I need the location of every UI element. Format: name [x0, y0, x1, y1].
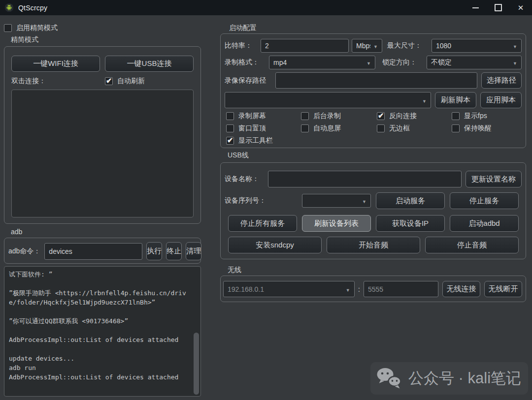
- double-click-connect-label: 双击连接：: [11, 77, 105, 86]
- stop-all-services-button[interactable]: 停止所有服务: [228, 215, 297, 232]
- left-panel: 启用精简模式 精简模式 一键WIFI连接 一键USB连接 双击连接： 自动刷新 …: [4, 15, 202, 400]
- adb-clear-button[interactable]: 清理: [186, 242, 201, 260]
- android-app-icon: [4, 3, 14, 12]
- max-size-dropdown[interactable]: 1080: [432, 39, 522, 53]
- dropdown-arrow-icon: [513, 59, 517, 66]
- checkbox-box: [377, 124, 385, 132]
- device-serial-label: 设备序列号：: [225, 196, 274, 205]
- wireless-disconnect-button[interactable]: 无线断开: [484, 281, 522, 297]
- wireless-port-input[interactable]: [364, 281, 438, 297]
- minimize-button[interactable]: [464, 0, 487, 15]
- option-frameless-checkbox[interactable]: 无边框: [377, 124, 452, 133]
- enable-simple-mode-checkbox[interactable]: 启用精简模式: [4, 24, 58, 32]
- checkbox-box: [301, 112, 309, 120]
- checkbox-box: [226, 112, 234, 120]
- window-title: QtScrcpy: [18, 4, 47, 12]
- lock-orientation-value: 不锁定: [431, 58, 510, 67]
- one-key-wifi-connect-button[interactable]: 一键WIFI连接: [11, 56, 100, 72]
- checkbox-box: [226, 124, 234, 132]
- usb-group: 设备名称： 更新设置名称 设备序列号： 启动服务 停止服务 停止所有服务 刷新设…: [220, 162, 526, 259]
- bitrate-input[interactable]: [261, 39, 349, 53]
- checkbox-box: [4, 24, 12, 32]
- adb-stop-button[interactable]: 终止: [166, 242, 182, 260]
- option-always-on-top-checkbox[interactable]: 窗口置顶: [226, 124, 301, 133]
- option-reverse-connect-checkbox[interactable]: 反向连接: [377, 112, 452, 121]
- checkbox-box: [452, 112, 460, 120]
- maximize-button[interactable]: [487, 0, 509, 15]
- update-device-name-button[interactable]: 更新设置名称: [466, 171, 522, 187]
- launch-config-group: 比特率： Mbps 最大尺寸： 1080 录制格式： mp4 锁定方向： 不锁定: [220, 33, 526, 148]
- bitrate-unit-dropdown[interactable]: Mbps: [352, 39, 382, 53]
- option-keep-awake-checkbox[interactable]: 保持唤醒: [452, 124, 522, 133]
- bitrate-unit-value: Mbps: [356, 42, 370, 50]
- enable-simple-mode-label: 启用精简模式: [16, 24, 58, 32]
- choose-path-button[interactable]: 选择路径: [481, 72, 522, 89]
- checkbox-box: [301, 124, 309, 132]
- adb-group: adb命令： 执行 终止 清理: [4, 238, 201, 264]
- device-serial-dropdown[interactable]: [302, 194, 371, 208]
- lock-orientation-dropdown[interactable]: 不锁定: [427, 56, 522, 69]
- script-dropdown[interactable]: [225, 92, 431, 108]
- ip-port-separator: :: [358, 285, 360, 293]
- simple-mode-group: 一键WIFI连接 一键USB连接 双击连接： 自动刷新: [4, 46, 201, 224]
- start-adbd-button[interactable]: 启动adbd: [450, 215, 519, 232]
- bitrate-label: 比特率：: [225, 41, 261, 50]
- checkbox-box: [452, 124, 460, 132]
- launch-options-grid: 录制屏幕 后台录制 反向连接 显示fps 窗口置顶 自动息屏: [226, 112, 522, 145]
- auto-refresh-label: 自动刷新: [117, 77, 145, 86]
- auto-refresh-checkbox[interactable]: 自动刷新: [105, 77, 145, 86]
- option-show-toolbar-checkbox[interactable]: 显示工具栏: [226, 136, 301, 145]
- record-path-label: 录像保存路径: [225, 76, 275, 85]
- dropdown-arrow-icon: [346, 285, 350, 293]
- adb-execute-button[interactable]: 执行: [146, 242, 162, 260]
- start-audio-button[interactable]: 开始音频: [327, 237, 420, 253]
- record-format-dropdown[interactable]: mp4: [269, 56, 375, 69]
- close-button[interactable]: [509, 0, 532, 15]
- device-list[interactable]: [11, 90, 194, 217]
- lock-orientation-label: 锁定方向：: [382, 58, 427, 67]
- right-panel: 启动配置 比特率： Mbps 最大尺寸： 1080 录制格式： mp4 锁定方向…: [220, 15, 526, 400]
- watermark: 公众号 · kali笔记: [370, 362, 528, 395]
- wireless-group: 192.168.0.1 : 无线连接 无线断开: [220, 276, 526, 302]
- refresh-device-list-button[interactable]: 刷新设备列表: [302, 215, 371, 232]
- watermark-text: 公众号 · kali笔记: [408, 368, 521, 389]
- title-bar: QtScrcpy: [0, 0, 532, 15]
- refresh-script-button[interactable]: 刷新脚本: [435, 92, 476, 108]
- dropdown-arrow-icon: [366, 59, 371, 66]
- simple-mode-group-title: 精简模式: [11, 35, 38, 44]
- adb-command-input[interactable]: [44, 243, 142, 260]
- get-device-ip-button[interactable]: 获取设备IP: [376, 215, 445, 232]
- dropdown-arrow-icon: [362, 197, 366, 205]
- option-show-fps-checkbox[interactable]: 显示fps: [452, 112, 522, 121]
- log-scrollbar-thumb[interactable]: [194, 333, 199, 395]
- max-size-value: 1080: [436, 42, 510, 50]
- record-format-label: 录制格式：: [225, 58, 269, 67]
- max-size-label: 最大尺寸：: [387, 41, 432, 50]
- log-output-area[interactable]: 试下面软件: ” ”极限手游助手 <https://lrbnfell4p.fei…: [4, 266, 201, 397]
- stop-service-button[interactable]: 停止服务: [450, 192, 519, 209]
- checkbox-box: [105, 77, 113, 85]
- record-format-value: mp4: [273, 59, 364, 66]
- record-path-input[interactable]: [275, 72, 477, 89]
- wechat-icon: [376, 367, 402, 390]
- stop-audio-button[interactable]: 停止音频: [425, 237, 519, 253]
- start-service-button[interactable]: 启动服务: [376, 192, 445, 209]
- option-background-record-checkbox[interactable]: 后台录制: [301, 112, 377, 121]
- option-record-screen-checkbox[interactable]: 录制屏幕: [226, 112, 301, 121]
- wireless-group-title: 无线: [228, 266, 241, 275]
- usb-group-title: USB线: [228, 151, 249, 160]
- log-text: 试下面软件: ” ”极限手游助手 <https://lrbnfell4p.fei…: [9, 270, 192, 393]
- wireless-connect-button[interactable]: 无线连接: [442, 281, 480, 297]
- wireless-ip-dropdown[interactable]: 192.168.0.1: [223, 281, 355, 297]
- option-screen-off-checkbox[interactable]: 自动息屏: [301, 124, 377, 133]
- one-key-usb-connect-button[interactable]: 一键USB连接: [105, 56, 194, 72]
- dropdown-arrow-icon: [373, 42, 378, 50]
- device-name-input[interactable]: [268, 171, 462, 187]
- apply-script-button[interactable]: 应用脚本: [480, 92, 522, 108]
- adb-group-title: adb: [11, 228, 22, 236]
- dropdown-arrow-icon: [422, 96, 427, 104]
- dropdown-arrow-icon: [513, 42, 517, 50]
- wireless-ip-value: 192.168.0.1: [228, 285, 343, 293]
- log-scrollbar[interactable]: [193, 268, 200, 395]
- install-sndcpy-button[interactable]: 安装sndcpy: [228, 237, 322, 253]
